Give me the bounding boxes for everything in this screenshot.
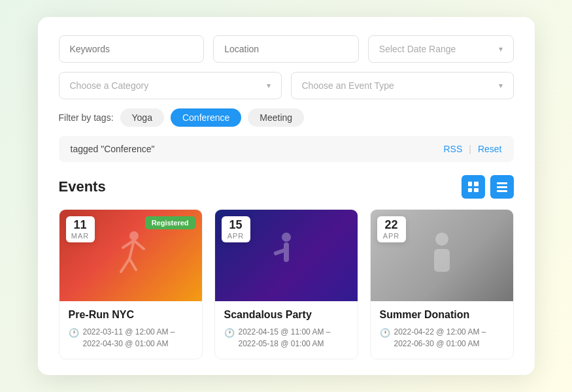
event-time-text-1: 2022-03-11 @ 12:00 AM – 2022-04-30 @ 01:… <box>83 326 193 350</box>
event-month-2: APR <box>227 232 245 240</box>
event-day-2: 15 <box>227 219 245 232</box>
category-select[interactable]: Choose a Category ▾ <box>59 72 282 99</box>
location-input[interactable] <box>213 35 359 63</box>
events-title: Events <box>59 178 106 195</box>
clock-icon-2: 🕐 <box>224 327 235 340</box>
tagged-text: tagged "Conference" <box>71 144 155 154</box>
event-image-wrap-3: 22 APR <box>371 210 513 301</box>
tagged-actions: RSS | Reset <box>443 144 501 154</box>
date-range-label: Select Date Range <box>379 44 456 54</box>
events-grid: 11 MAR Registered Pre-Run NYC 🕐 2022-03-… <box>59 209 514 359</box>
reset-link[interactable]: Reset <box>478 144 502 154</box>
svg-line-2 <box>121 259 129 272</box>
event-time-2: 🕐 2022-04-15 @ 11:00 AM – 2022-05-18 @ 0… <box>224 326 348 350</box>
event-time-text-2: 2022-04-15 @ 11:00 AM – 2022-05-18 @ 01:… <box>239 326 348 350</box>
event-name-2: Scandalous Party <box>224 309 348 321</box>
date-range-select[interactable]: Select Date Range ▾ <box>368 35 514 63</box>
event-time-1: 🕐 2022-03-11 @ 12:00 AM – 2022-04-30 @ 0… <box>69 326 193 350</box>
tags-label: Filter by tags: <box>59 112 114 123</box>
list-view-button[interactable] <box>490 175 514 199</box>
separator: | <box>469 144 471 154</box>
view-buttons <box>462 175 514 199</box>
clock-icon-3: 🕐 <box>380 327 390 340</box>
svg-point-6 <box>282 233 291 242</box>
svg-line-5 <box>134 240 144 249</box>
event-card-1[interactable]: 11 MAR Registered Pre-Run NYC 🕐 2022-03-… <box>59 209 203 359</box>
svg-rect-10 <box>434 249 450 272</box>
event-image-wrap-1: 11 MAR Registered <box>59 210 202 301</box>
rss-link[interactable]: RSS <box>443 144 462 154</box>
event-type-select[interactable]: Choose an Event Type ▾ <box>291 72 514 99</box>
event-card-3[interactable]: 22 APR Summer Donation 🕐 2022-04-22 @ 12… <box>370 209 514 359</box>
filter-row-1: Select Date Range ▾ <box>59 35 514 63</box>
event-date-badge-3: 22 APR <box>377 216 406 242</box>
event-date-badge-2: 15 APR <box>222 216 250 242</box>
event-type-label: Choose an Event Type <box>302 80 394 91</box>
grid-icon <box>468 182 479 192</box>
svg-point-9 <box>435 233 448 246</box>
chevron-down-icon: ▾ <box>267 81 271 90</box>
event-date-badge-1: 11 MAR <box>66 216 95 242</box>
event-info-3: Summer Donation 🕐 2022-04-22 @ 12:00 AM … <box>371 301 513 359</box>
event-month-3: APR <box>382 232 401 240</box>
tag-meeting[interactable]: Meeting <box>248 108 304 127</box>
clock-icon-1: 🕐 <box>69 327 79 340</box>
event-time-text-3: 2022-04-22 @ 12:00 AM – 2022-06-30 @ 01:… <box>394 326 504 350</box>
event-name-1: Pre-Run NYC <box>69 309 193 321</box>
events-header: Events <box>59 175 514 199</box>
tag-conference[interactable]: Conference <box>171 108 241 127</box>
grid-view-button[interactable] <box>462 175 485 199</box>
event-image-wrap-2: 15 APR <box>215 210 358 301</box>
tags-row: Filter by tags: Yoga Conference Meeting <box>59 108 514 127</box>
keywords-input[interactable] <box>59 35 205 63</box>
list-icon <box>497 182 507 192</box>
registered-badge-1: Registered <box>145 216 195 229</box>
filter-row-2: Choose a Category ▾ Choose an Event Type… <box>59 72 514 99</box>
chevron-down-icon: ▾ <box>499 81 503 90</box>
event-time-3: 🕐 2022-04-22 @ 12:00 AM – 2022-06-30 @ 0… <box>380 326 504 350</box>
event-month-1: MAR <box>71 232 90 240</box>
event-name-3: Summer Donation <box>380 309 504 321</box>
category-label: Choose a Category <box>70 80 149 91</box>
svg-point-0 <box>129 231 139 240</box>
chevron-down-icon: ▾ <box>499 44 503 54</box>
event-card-2[interactable]: 15 APR Scandalous Party 🕐 2022-04-15 @ 1… <box>214 209 358 359</box>
event-day-3: 22 <box>382 219 401 232</box>
event-info-1: Pre-Run NYC 🕐 2022-03-11 @ 12:00 AM – 20… <box>59 301 202 359</box>
tagged-bar: tagged "Conference" RSS | Reset <box>59 136 514 162</box>
event-info-2: Scandalous Party 🕐 2022-04-15 @ 11:00 AM… <box>215 301 358 359</box>
tag-yoga[interactable]: Yoga <box>120 108 164 127</box>
svg-line-3 <box>129 259 136 270</box>
event-day-1: 11 <box>71 219 90 232</box>
main-card: Select Date Range ▾ Choose a Category ▾ … <box>38 17 535 375</box>
